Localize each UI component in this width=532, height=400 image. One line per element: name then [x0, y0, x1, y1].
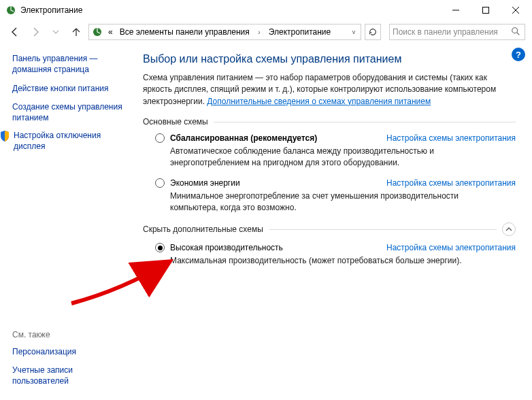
search-box[interactable]: [389, 24, 525, 40]
plan-high-performance-desc: Максимальная производительность (может п…: [170, 255, 490, 267]
plan-high-performance-settings-link[interactable]: Настройка схемы электропитания: [386, 243, 516, 252]
plan-power-saver-radio[interactable]: Экономия энергии: [155, 178, 240, 188]
sidebar-link-user-accounts[interactable]: Учетные записи пользователей: [12, 365, 129, 386]
sidebar-link-create-plan[interactable]: Создание схемы управления питанием: [12, 101, 129, 123]
up-button[interactable]: [68, 24, 84, 40]
plan-balanced: Сбалансированная (рекомендуется) Настрой…: [155, 133, 516, 169]
learn-more-link[interactable]: Дополнительные сведения о схемах управле…: [207, 97, 431, 106]
plan-power-saver-settings-link[interactable]: Настройка схемы электропитания: [386, 178, 516, 188]
content-pane: ? Выбор или настройка схемы управления п…: [136, 44, 532, 400]
address-icon: [92, 27, 103, 37]
minimize-button[interactable]: [441, 0, 471, 20]
window-title: Электропитание: [20, 5, 441, 15]
search-input[interactable]: [393, 27, 511, 37]
sidebar-link-display-off[interactable]: Настройка отключения дисплея: [0, 130, 129, 152]
plan-high-performance: Высокая производительность Настройка схе…: [155, 243, 516, 267]
section-additional-plans-header: Скрыть дополнительные схемы: [143, 222, 516, 236]
maximize-button[interactable]: [471, 0, 501, 20]
address-dropdown-icon[interactable]: v: [348, 29, 359, 35]
svg-point-6: [512, 28, 518, 33]
radio-icon: [155, 178, 165, 188]
back-button[interactable]: [7, 24, 23, 40]
radio-icon: [155, 133, 165, 143]
breadcrumb-prefix[interactable]: «: [105, 26, 116, 38]
app-icon: [5, 5, 16, 16]
svg-line-7: [517, 33, 520, 35]
see-also-heading: См. также: [12, 330, 129, 339]
help-icon[interactable]: ?: [512, 48, 525, 61]
address-bar[interactable]: « Все элементы панели управления › Элект…: [88, 24, 361, 40]
chevron-right-icon[interactable]: ›: [254, 29, 265, 36]
sidebar: Панель управления — домашняя страница Де…: [0, 44, 136, 400]
breadcrumb-item-1[interactable]: Все элементы панели управления: [117, 26, 252, 38]
nav-bar: « Все элементы панели управления › Элект…: [0, 20, 532, 44]
search-icon[interactable]: [511, 27, 522, 37]
plan-high-performance-radio[interactable]: Высокая производительность: [155, 243, 283, 252]
title-bar: Электропитание: [0, 0, 532, 20]
radio-icon: [155, 243, 165, 252]
sidebar-home-link[interactable]: Панель управления — домашняя страница: [12, 53, 129, 75]
page-description: Схема управления питанием — это набор па…: [143, 72, 516, 107]
section-basic-plans-header: Основные схемы: [143, 117, 516, 127]
chevron-up-icon: [505, 226, 512, 233]
plan-balanced-desc: Автоматическое соблюдение баланса между …: [170, 146, 490, 169]
refresh-button[interactable]: [365, 24, 381, 40]
plan-balanced-radio[interactable]: Сбалансированная (рекомендуется): [155, 133, 317, 143]
collapse-button[interactable]: [502, 222, 516, 236]
breadcrumb-item-2[interactable]: Электропитание: [266, 26, 333, 38]
forward-button[interactable]: [27, 24, 44, 40]
plan-balanced-settings-link[interactable]: Настройка схемы электропитания: [386, 133, 516, 143]
sidebar-link-button-action[interactable]: Действие кнопки питания: [12, 83, 129, 94]
plan-power-saver: Экономия энергии Настройка схемы электро…: [155, 178, 516, 214]
plan-power-saver-desc: Минимальное энергопотребление за счет ум…: [170, 190, 490, 214]
page-title: Выбор или настройка схемы управления пит…: [143, 53, 516, 65]
shield-icon: [0, 131, 10, 141]
close-button[interactable]: [501, 0, 531, 20]
svg-rect-2: [483, 7, 489, 14]
sidebar-link-personalization[interactable]: Персонализация: [12, 346, 129, 357]
recent-dropdown-icon[interactable]: [48, 24, 64, 40]
